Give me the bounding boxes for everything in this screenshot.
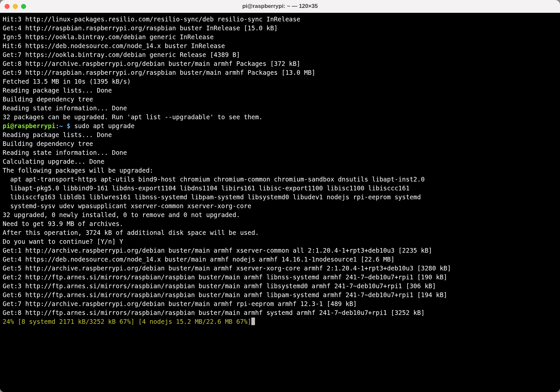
progress-line: 24% [8 systemd 2171 kB/3252 kB 67%] [4 n…: [3, 318, 251, 325]
output-line: Get:4 https://deb.nodesource.com/node_14…: [3, 256, 395, 263]
output-line: The following packages will be upgraded:: [3, 167, 154, 174]
output-line: 32 packages can be upgraded. Run 'apt li…: [3, 113, 263, 121]
output-line: Do you want to continue? [Y/n] Y: [3, 238, 123, 245]
output-line: 32 upgraded, 0 newly installed, 0 to rem…: [3, 211, 240, 218]
titlebar: pi@raspberrypi: ~ — 120×35: [0, 0, 560, 13]
output-line: After this operation, 3724 kB of additio…: [3, 229, 259, 236]
output-line: Reading state information... Done: [3, 149, 127, 156]
output-line: Need to get 93.9 MB of archives.: [3, 220, 123, 227]
output-line: libisccfg163 libldb1 liblwres161 libnss-…: [3, 193, 421, 201]
output-line: Get:7 http://archive.raspberrypi.org/deb…: [3, 300, 357, 307]
close-icon[interactable]: [5, 4, 10, 9]
output-line: Calculating upgrade... Done: [3, 158, 104, 165]
output-line: Reading package lists... Done: [3, 131, 112, 138]
output-line: Reading state information... Done: [3, 104, 127, 112]
output-line: Get:4 http://raspbian.raspberrypi.org/ra…: [3, 24, 278, 32]
output-line: Get:8 http://archive.raspberrypi.org/deb…: [3, 60, 300, 67]
output-line: Get:5 http://archive.raspberrypi.org/deb…: [3, 265, 451, 272]
cursor-icon: [251, 318, 255, 325]
output-line: Get:1 http://archive.raspberrypi.org/deb…: [3, 247, 432, 254]
output-line: Ign:5 https://ookla.bintray.com/debian g…: [3, 33, 214, 41]
output-line: systemd-sysv udev wpasupplicant xserver-…: [3, 202, 251, 210]
output-line: Get:7 https://ookla.bintray.com/debian g…: [3, 51, 240, 58]
output-line: Hit:3 http://linux-packages.resilio.com/…: [3, 15, 300, 23]
window-title: pi@raspberrypi: ~ — 120×35: [5, 3, 555, 10]
prompt-user-host: pi@raspberrypi: [3, 122, 55, 129]
prompt-command: sudo apt upgrade: [74, 122, 134, 129]
minimize-icon[interactable]: [13, 4, 18, 9]
output-line: Get:2 http://ftp.arnes.si/mirrors/raspbi…: [3, 273, 447, 281]
terminal-window: pi@raspberrypi: ~ — 120×35 Hit:3 http://…: [0, 0, 560, 392]
traffic-lights: [5, 4, 26, 9]
output-line: Fetched 13.5 MB in 10s (1395 kB/s): [3, 78, 131, 85]
output-line: Get:8 http://ftp.arnes.si/mirrors/raspbi…: [3, 309, 425, 316]
prompt-colon: :: [55, 122, 59, 129]
output-line: Hit:6 https://deb.nodesource.com/node_14…: [3, 42, 225, 49]
terminal-output[interactable]: Hit:3 http://linux-packages.resilio.com/…: [0, 13, 560, 392]
output-line: apt apt-transport-https apt-utils bind9-…: [3, 176, 425, 183]
prompt-dollar: $: [63, 122, 74, 129]
output-line: Get:3 http://ftp.arnes.si/mirrors/raspbi…: [3, 282, 436, 290]
output-line: Get:6 http://ftp.arnes.si/mirrors/raspbi…: [3, 291, 447, 298]
prompt-path: ~: [59, 122, 63, 129]
output-line: Building dependency tree: [3, 140, 93, 147]
output-line: Reading package lists... Done: [3, 87, 112, 94]
output-line: libapt-pkg5.0 libbind9-161 libdns-export…: [3, 184, 409, 192]
output-line: Get:9 http://raspbian.raspberrypi.org/ra…: [3, 69, 315, 76]
zoom-icon[interactable]: [21, 4, 26, 9]
output-line: Building dependency tree: [3, 96, 93, 103]
